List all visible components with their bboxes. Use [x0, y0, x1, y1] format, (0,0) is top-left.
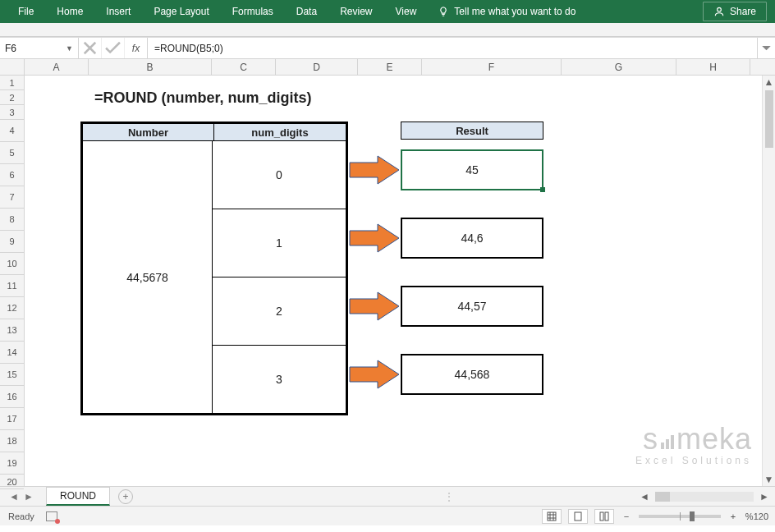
cell-result-0-selected[interactable]: 45	[401, 149, 543, 190]
menu-file[interactable]: File	[7, 0, 45, 23]
header-result: Result	[401, 122, 543, 140]
row-header-14[interactable]: 14	[0, 342, 24, 364]
col-header-h[interactable]: H	[676, 59, 750, 75]
share-button[interactable]: Share	[703, 2, 767, 21]
macro-record-icon[interactable]	[46, 511, 57, 521]
svg-rect-2	[575, 512, 581, 521]
row-header-8[interactable]: 8	[0, 209, 24, 231]
row-header-17[interactable]: 17	[0, 408, 24, 430]
row-header-5[interactable]: 5	[0, 142, 24, 164]
horizontal-scrollbar[interactable]: ◄ ►	[454, 491, 775, 502]
new-sheet-button[interactable]: +	[118, 489, 133, 504]
col-header-c[interactable]: C	[212, 59, 276, 75]
col-header-f[interactable]: F	[422, 59, 562, 75]
tab-prev-button[interactable]: ◄	[7, 491, 21, 502]
scroll-down-button[interactable]: ▼	[763, 473, 776, 486]
zoom-handle[interactable]	[690, 511, 695, 521]
formula-input[interactable]: =ROUND(B5;0)	[148, 38, 757, 58]
row-header-9[interactable]: 9	[0, 231, 24, 253]
tell-me-search[interactable]: Tell me what you want to do	[428, 0, 585, 23]
cell-digits-2[interactable]: 2	[213, 277, 346, 346]
enter-formula-button[interactable]	[102, 38, 125, 58]
col-header-b[interactable]: B	[89, 59, 212, 75]
row-header-11[interactable]: 11	[0, 275, 24, 297]
name-box-value: F6	[5, 43, 16, 54]
formula-bar: F6 ▼ fx =ROUND(B5;0)	[0, 38, 775, 59]
status-bar: Ready − + %120	[0, 506, 775, 525]
cell-result-2[interactable]: 44,57	[401, 286, 543, 327]
brand-pre: s	[643, 422, 658, 456]
row-header-10[interactable]: 10	[0, 253, 24, 275]
scroll-up-button[interactable]: ▲	[763, 76, 776, 89]
x-icon	[79, 37, 101, 59]
row-header-6[interactable]: 6	[0, 164, 24, 186]
view-page-break-button[interactable]	[594, 509, 614, 524]
col-header-d[interactable]: D	[276, 59, 358, 75]
cell-digits-0[interactable]: 0	[213, 141, 346, 209]
row-header-1[interactable]: 1	[0, 76, 24, 90]
zoom-slider[interactable]	[639, 515, 721, 518]
hscroll-track[interactable]	[655, 492, 754, 502]
select-all-corner[interactable]	[0, 59, 25, 75]
zoom-in-button[interactable]: +	[727, 511, 739, 521]
menu-data[interactable]: Data	[285, 0, 328, 23]
sheet-tab-round[interactable]: ROUND	[46, 487, 110, 506]
chevron-down-icon[interactable]: ▼	[66, 44, 73, 53]
cell-number-value[interactable]: 44,5678	[82, 141, 213, 414]
row-header-12[interactable]: 12	[0, 297, 24, 319]
insert-function-button[interactable]: fx	[125, 38, 148, 58]
scroll-thumb[interactable]	[765, 90, 773, 148]
row-header-15[interactable]: 15	[0, 364, 24, 386]
row-header-18[interactable]: 18	[0, 430, 24, 452]
zoom-out-button[interactable]: −	[621, 511, 632, 521]
row-header-2[interactable]: 2	[0, 90, 24, 105]
row-header-4[interactable]: 4	[0, 120, 24, 142]
tab-next-button[interactable]: ►	[21, 491, 36, 502]
formula-syntax-title: =ROUND (number, num_digits)	[94, 89, 312, 107]
page-layout-icon	[573, 511, 583, 521]
menu-home[interactable]: Home	[45, 0, 94, 23]
svg-point-0	[718, 7, 722, 11]
cell-digits-3[interactable]: 3	[213, 346, 346, 414]
view-page-layout-button[interactable]	[568, 509, 588, 524]
row-header-7[interactable]: 7	[0, 186, 24, 209]
row-header-13[interactable]: 13	[0, 319, 24, 342]
value-result-0: 45	[465, 163, 479, 177]
col-header-g[interactable]: G	[562, 59, 676, 75]
view-normal-button[interactable]	[542, 509, 562, 524]
menu-review[interactable]: Review	[328, 0, 383, 23]
col-header-a[interactable]: A	[25, 59, 89, 75]
fill-handle[interactable]	[540, 187, 545, 192]
vertical-scrollbar[interactable]: ▲ ▼	[762, 76, 775, 486]
menu-view[interactable]: View	[384, 0, 429, 23]
fx-icon: fx	[132, 43, 140, 54]
cell-digits-1[interactable]: 1	[213, 209, 346, 277]
hscroll-right-button[interactable]: ►	[759, 491, 770, 502]
row-header-3[interactable]: 3	[0, 105, 24, 120]
cancel-formula-button[interactable]	[79, 38, 102, 58]
watermark-tagline: Excel Solutions	[635, 455, 752, 466]
cell-result-1[interactable]: 44,6	[401, 218, 543, 259]
status-ready: Ready	[8, 511, 34, 521]
lightbulb-icon	[438, 6, 449, 17]
col-header-e[interactable]: E	[358, 59, 422, 75]
worksheet[interactable]: =ROUND (number, num_digits) Number num_d…	[25, 76, 775, 486]
svg-rect-3	[600, 512, 603, 521]
watermark-logo: smeka Excel Solutions	[635, 422, 752, 466]
expand-formula-bar[interactable]	[757, 38, 775, 58]
hscroll-thumb[interactable]	[655, 492, 670, 502]
name-box[interactable]: F6 ▼	[0, 38, 79, 58]
row-header-20[interactable]: 20	[0, 475, 24, 489]
menu-formulas[interactable]: Formulas	[221, 0, 285, 23]
ribbon-menu: File Home Insert Page Layout Formulas Da…	[7, 0, 703, 23]
menu-insert[interactable]: Insert	[94, 0, 142, 23]
zoom-level[interactable]: %120	[745, 511, 768, 521]
row-headers: 1 2 3 4 5 6 7 8 9 10 11 12 13 14 15 16 1…	[0, 76, 25, 486]
row-header-19[interactable]: 19	[0, 452, 24, 475]
cell-result-3[interactable]: 44,568	[401, 354, 543, 395]
share-label: Share	[730, 6, 756, 17]
row-header-16[interactable]: 16	[0, 386, 24, 408]
arrow-icon	[348, 221, 401, 255]
menu-page-layout[interactable]: Page Layout	[142, 0, 220, 23]
hscroll-left-button[interactable]: ◄	[639, 491, 650, 502]
